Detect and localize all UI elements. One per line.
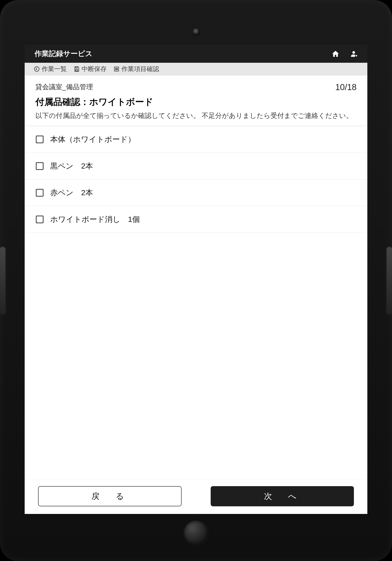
checklist: 本体（ホワイトボード） 黒ペン 2本 赤ペン 2本 ホワイトボード消し 1個 [25,126,367,480]
toolbar-item-confirm-label: 作業項目確認 [121,65,159,73]
user-settings-icon[interactable] [350,50,358,58]
svg-rect-1 [76,66,77,68]
toolbar-item-confirm[interactable]: 作業項目確認 [113,65,159,73]
page-counter: 10/18 [335,83,357,92]
back-button[interactable]: 戻 る [38,486,182,506]
checklist-item[interactable]: 黒ペン 2本 [25,153,367,180]
app-header: 作業記録サービス [25,45,367,63]
tablet-camera [192,28,200,36]
checkbox-icon[interactable] [36,162,44,170]
toolbar-pause-save[interactable]: 中断保存 [74,65,107,73]
section-description: 以下の付属品が全て揃っているか確認してください。 不足分がありましたら受付までご… [35,111,357,120]
checklist-item[interactable]: ホワイトボード消し 1個 [25,206,367,233]
toolbar-pause-save-label: 中断保存 [82,65,107,73]
home-icon[interactable] [331,50,339,58]
header-icons [331,50,358,58]
checklist-item[interactable]: 赤ペン 2本 [25,180,367,206]
next-button[interactable]: 次 へ [211,486,354,506]
toolbar-task-list-label: 作業一覧 [42,65,67,73]
app-title: 作業記録サービス [34,49,331,59]
svg-rect-2 [76,69,77,71]
checkbox-icon[interactable] [36,189,44,196]
checklist-item-label: ホワイトボード消し 1個 [50,214,140,225]
footer: 戻 る 次 へ [25,480,367,514]
checkbox-icon[interactable] [36,216,44,223]
app-screen: 作業記録サービス 作業一覧 中断保存 作業項目確認 [25,45,367,514]
checklist-item-label: 赤ペン 2本 [50,188,93,198]
tablet-frame: 作業記録サービス 作業一覧 中断保存 作業項目確認 [0,0,392,561]
toolbar: 作業一覧 中断保存 作業項目確認 [25,63,367,75]
toolbar-task-list[interactable]: 作業一覧 [34,65,67,73]
checklist-item-label: 黒ペン 2本 [50,161,93,171]
checkbox-icon[interactable] [36,136,44,143]
checklist-item[interactable]: 本体（ホワイトボード） [25,126,367,153]
section-title: 付属品確認：ホワイトボード [35,96,357,108]
checklist-item-label: 本体（ホワイトボード） [50,134,135,145]
section-header: 貸会議室_備品管理 10/18 付属品確認：ホワイトボード 以下の付属品が全て揃… [25,75,367,126]
tablet-home-button[interactable] [184,521,208,545]
svg-point-0 [34,66,39,71]
breadcrumb: 貸会議室_備品管理 [35,83,93,92]
